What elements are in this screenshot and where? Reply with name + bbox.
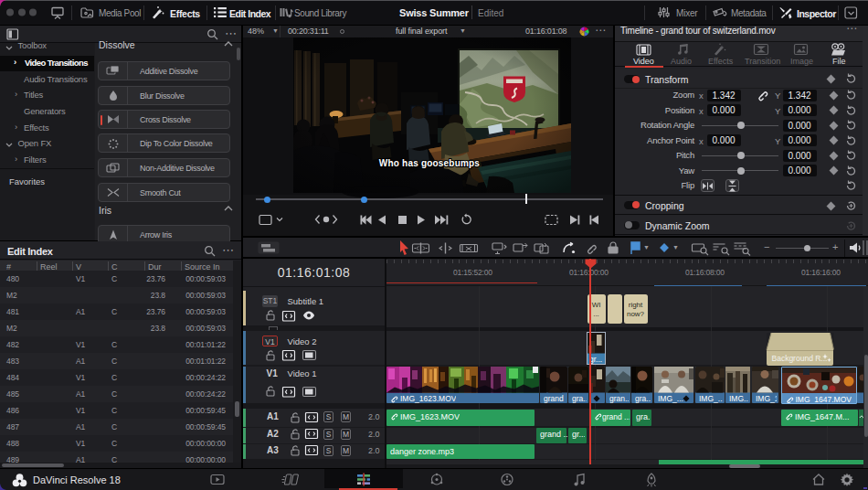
svg-text:Who has goosebumps: Who has goosebumps: [379, 158, 481, 168]
